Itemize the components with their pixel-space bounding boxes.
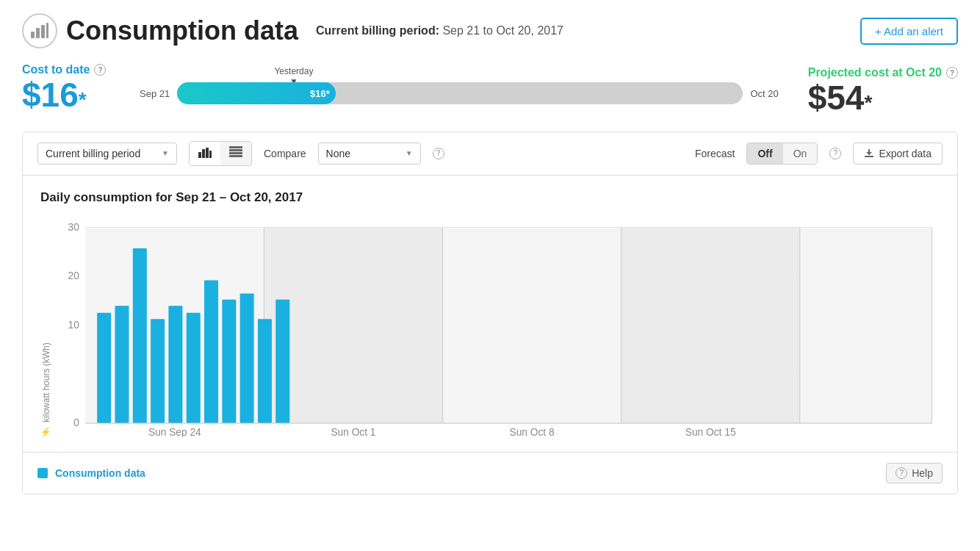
projected-cost-label: Projected cost at Oct 20 ?: [808, 66, 958, 79]
svg-text:Sun Oct 1: Sun Oct 1: [331, 426, 375, 436]
svg-rect-12: [865, 156, 873, 157]
svg-text:Sun Sep 24: Sun Sep 24: [148, 426, 201, 436]
svg-rect-35: [115, 306, 129, 423]
chart-legend: Consumption data ? Help: [23, 452, 957, 494]
bar-chart-view-button[interactable]: [190, 142, 220, 165]
period-chevron-icon: ▼: [162, 149, 169, 157]
forecast-on-button[interactable]: On: [783, 143, 818, 164]
svg-rect-1: [36, 28, 40, 38]
svg-rect-11: [229, 155, 242, 157]
svg-rect-7: [209, 151, 212, 158]
lightning-icon: ⚡: [40, 427, 51, 437]
progress-fill-label: $16*: [310, 88, 330, 99]
cost-to-date-value: $16*: [22, 76, 110, 114]
progress-fill: $16*: [177, 82, 336, 104]
export-button[interactable]: Export data: [853, 143, 943, 165]
svg-text:30: 30: [68, 221, 80, 232]
compare-help-icon[interactable]: ?: [433, 148, 444, 159]
billing-period-info: Current billing period: Sep 21 to Oct 20…: [316, 24, 563, 37]
export-label: Export data: [879, 148, 932, 159]
svg-rect-44: [275, 299, 289, 422]
yesterday-label: Yesterday: [274, 66, 313, 76]
billing-progress-section: Yesterday ▼ Sep 21 $16* Oct 20: [140, 63, 779, 104]
page-title: Consumption data: [66, 15, 298, 46]
svg-rect-25: [264, 227, 442, 422]
start-date: Sep 21: [140, 88, 170, 99]
period-select-text: Current billing period: [46, 148, 140, 159]
y-axis-label: ⚡ kilowatt hours (kWh): [40, 220, 51, 437]
forecast-help-icon[interactable]: ?: [829, 148, 841, 159]
help-button[interactable]: ? Help: [886, 463, 943, 483]
help-circle-icon: ?: [896, 467, 907, 479]
svg-rect-27: [621, 227, 800, 422]
compare-select[interactable]: None ▼: [318, 143, 421, 165]
forecast-toggle: Off On: [746, 143, 818, 165]
cost-section: Cost to date ? $16* Yesterday ▼ Sep 21 $…: [0, 57, 980, 132]
compare-label: Compare: [264, 148, 306, 159]
projected-help-icon[interactable]: ?: [946, 67, 958, 79]
header-left: Consumption data Current billing period:…: [22, 13, 563, 48]
svg-rect-36: [133, 248, 147, 423]
svg-rect-41: [222, 299, 236, 422]
yesterday-marker-area: Yesterday ▼: [176, 66, 764, 81]
svg-rect-28: [800, 227, 932, 422]
projected-cost-section: Projected cost at Oct 20 ? $54*: [808, 63, 958, 117]
compare-chevron-icon: ▼: [406, 149, 413, 157]
svg-marker-14: [866, 152, 872, 155]
svg-rect-26: [443, 227, 621, 422]
projected-cost-value: $54*: [808, 79, 958, 117]
logo-icon: [22, 13, 57, 48]
svg-rect-39: [187, 312, 201, 422]
cost-to-date-label: Cost to date ?: [22, 63, 110, 76]
cost-to-date-section: Cost to date ? $16*: [22, 63, 110, 114]
progress-track: $16*: [177, 82, 743, 104]
export-icon: [864, 148, 874, 159]
page-header: Consumption data Current billing period:…: [0, 0, 980, 57]
svg-rect-38: [168, 306, 182, 423]
view-toggle: [189, 141, 252, 166]
svg-rect-3: [46, 23, 48, 38]
svg-rect-4: [198, 152, 201, 158]
forecast-off-button[interactable]: Off: [747, 143, 782, 164]
forecast-label: Forecast: [695, 148, 735, 159]
main-panel: Current billing period ▼: [22, 132, 958, 494]
svg-text:10: 10: [68, 320, 80, 331]
svg-rect-40: [204, 280, 218, 422]
add-alert-button[interactable]: + Add an alert: [860, 18, 958, 45]
svg-rect-42: [240, 293, 254, 423]
table-view-button[interactable]: [220, 142, 251, 165]
svg-rect-5: [202, 149, 205, 158]
end-date: Oct 20: [750, 88, 778, 99]
svg-rect-10: [229, 152, 242, 154]
cost-help-icon[interactable]: ?: [94, 64, 106, 76]
chart-svg: 30 20 10 0: [54, 220, 940, 437]
progress-bar-container: Sep 21 $16* Oct 20: [140, 82, 779, 104]
chart-title: Daily consumption for Sep 21 – Oct 20, 2…: [40, 190, 940, 205]
toolbar: Current billing period ▼: [23, 132, 957, 176]
svg-rect-37: [151, 319, 165, 423]
svg-text:Sun Oct 15: Sun Oct 15: [685, 426, 736, 436]
legend-color-dot: [37, 468, 48, 478]
legend-item-label: Consumption data: [55, 467, 145, 479]
chart-inner: 30 20 10 0: [54, 220, 940, 437]
svg-rect-8: [229, 146, 242, 148]
chart-wrapper: ⚡ kilowatt hours (kWh) 30 20 10 0: [40, 220, 940, 437]
svg-rect-0: [31, 32, 35, 38]
period-select[interactable]: Current billing period ▼: [37, 143, 177, 165]
svg-rect-6: [206, 148, 209, 158]
svg-text:20: 20: [68, 270, 80, 281]
svg-rect-34: [97, 312, 111, 422]
svg-rect-2: [41, 25, 45, 38]
svg-rect-9: [229, 149, 242, 151]
help-label: Help: [912, 467, 933, 479]
svg-text:Sun Oct 8: Sun Oct 8: [510, 426, 555, 436]
chart-area: Daily consumption for Sep 21 – Oct 20, 2…: [23, 176, 957, 452]
svg-rect-43: [258, 319, 272, 423]
svg-text:0: 0: [73, 417, 79, 428]
compare-selected-text: None: [326, 148, 350, 159]
